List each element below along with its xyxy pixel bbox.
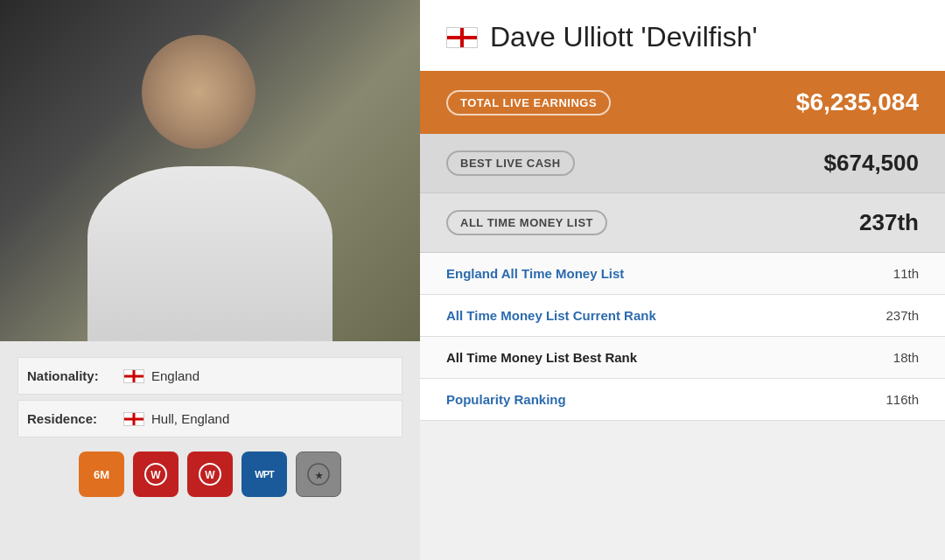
nationality-value: England	[151, 368, 200, 383]
link-rank-3: 116th	[886, 392, 919, 407]
link-label-1[interactable]: All Time Money List Current Rank	[446, 308, 656, 323]
player-photo	[0, 0, 420, 341]
best-live-cash-value: $674,500	[824, 150, 919, 177]
svg-text:W: W	[150, 469, 161, 481]
left-panel: Nationality: England Residence: Hull, En…	[0, 0, 420, 560]
nationality-row: Nationality: England	[18, 357, 402, 395]
badge-wpt[interactable]: WPT	[242, 452, 287, 497]
badge-wsop-3[interactable]: ★	[296, 452, 341, 497]
svg-text:★: ★	[315, 471, 324, 480]
player-flag-large	[446, 27, 478, 48]
residence-row: Residence: Hull, England	[18, 400, 402, 438]
residence-flag-icon	[123, 412, 144, 426]
all-time-money-list-label[interactable]: ALL TIME MONEY LIST	[446, 210, 607, 235]
links-section: England All Time Money List11thAll Time …	[420, 253, 945, 560]
residence-label: Residence:	[27, 411, 123, 426]
all-time-money-list-row: ALL TIME MONEY LIST 237th	[420, 193, 945, 253]
nationality-flag-icon	[123, 369, 144, 383]
total-earnings-row: TOTAL LIVE EARNINGS $6,235,084	[420, 71, 945, 134]
england-flag-small	[123, 369, 144, 383]
link-rank-0: 11th	[893, 266, 919, 281]
link-label-2: All Time Money List Best Rank	[446, 350, 637, 365]
link-row-0: England All Time Money List11th	[420, 253, 945, 295]
link-row-1: All Time Money List Current Rank237th	[420, 295, 945, 337]
nationality-label: Nationality:	[27, 368, 123, 383]
link-rank-1: 237th	[886, 308, 919, 323]
player-name: Dave Ulliott 'Devilfish'	[490, 21, 758, 53]
badge-wsop-1[interactable]: W	[133, 452, 178, 497]
england-flag-small-2	[123, 412, 144, 426]
badge-wsop-2[interactable]: W	[187, 452, 233, 497]
badges-row: 6M W W WPT ★	[18, 452, 402, 497]
info-section: Nationality: England Residence: Hull, En…	[0, 341, 420, 560]
residence-value: Hull, England	[151, 411, 229, 426]
link-label-3[interactable]: Popularity Ranking	[446, 392, 566, 407]
total-earnings-label[interactable]: TOTAL LIVE EARNINGS	[446, 90, 611, 116]
link-label-0[interactable]: England All Time Money List	[446, 266, 624, 281]
svg-text:W: W	[205, 469, 215, 481]
all-time-money-list-value: 237th	[859, 209, 919, 236]
link-row-2: All Time Money List Best Rank18th	[420, 337, 945, 379]
badge-6m[interactable]: 6M	[79, 452, 124, 497]
link-rank-2: 18th	[893, 350, 919, 365]
best-live-cash-row: BEST LIVE CASH $674,500	[420, 134, 945, 193]
link-row-3: Popularity Ranking116th	[420, 379, 945, 421]
right-panel: Dave Ulliott 'Devilfish' TOTAL LIVE EARN…	[420, 0, 945, 560]
best-live-cash-label[interactable]: BEST LIVE CASH	[446, 150, 575, 176]
total-earnings-value: $6,235,084	[796, 88, 919, 116]
player-name-section: Dave Ulliott 'Devilfish'	[420, 0, 945, 71]
